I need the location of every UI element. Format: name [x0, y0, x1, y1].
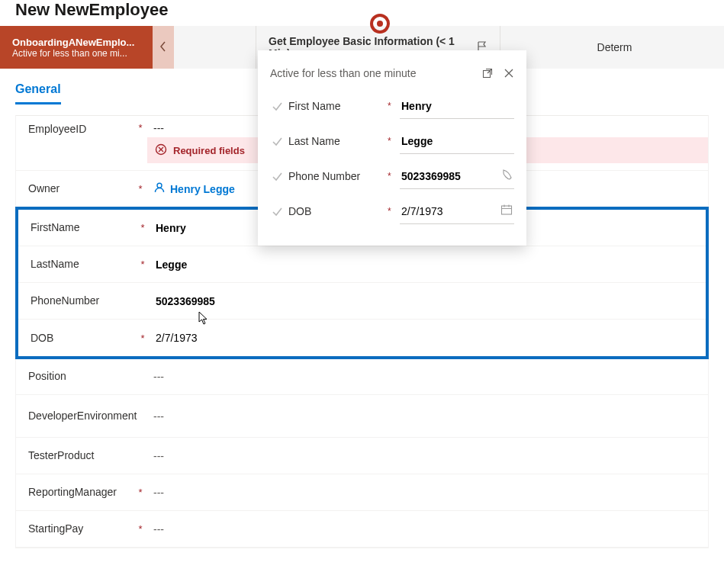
chevron-left-icon: [159, 41, 167, 54]
label-position: Position: [28, 369, 135, 383]
close-button[interactable]: [504, 68, 514, 79]
calendar-icon: [500, 204, 513, 218]
stage-onboarding-title: OnboardingANewEmplo...: [12, 37, 140, 48]
flyout-label-last-name: Last Name: [288, 135, 383, 147]
value-reporting-manager[interactable]: ---: [146, 487, 696, 499]
value-position[interactable]: ---: [146, 371, 696, 383]
phone-call-button[interactable]: [500, 169, 513, 183]
required-marker: *: [137, 222, 148, 233]
popout-icon: [482, 68, 493, 79]
stage-onboarding-subtitle: Active for less than one mi...: [12, 48, 140, 59]
value-developer-environment[interactable]: ---: [146, 410, 696, 423]
validation-error-text: Required fields: [173, 145, 245, 156]
flyout-field-dob: DOB *: [270, 194, 514, 229]
stage-flyout: Active for less than one minute First Na…: [258, 50, 526, 246]
check-icon: [270, 137, 284, 146]
close-icon: [504, 68, 514, 79]
flyout-label-first-name: First Name: [288, 100, 383, 112]
required-marker: *: [135, 183, 146, 194]
input-last-name[interactable]: [156, 259, 693, 271]
check-icon: [270, 172, 284, 182]
label-first-name: FirstName: [31, 220, 137, 234]
required-marker: *: [137, 259, 148, 270]
input-dob[interactable]: [156, 332, 693, 344]
label-owner: Owner: [28, 182, 135, 195]
flyout-input-last-name[interactable]: [401, 135, 513, 147]
required-marker: *: [388, 171, 395, 182]
label-tester-product: TesterProduct: [28, 448, 135, 462]
required-marker: *: [388, 101, 395, 111]
label-employee-id: EmployeeID: [28, 122, 135, 136]
check-icon: [270, 207, 284, 217]
popout-button[interactable]: [482, 68, 493, 79]
label-starting-pay: StartingPay: [28, 522, 135, 535]
field-position: Position ---: [16, 358, 708, 395]
value-owner-text: Henry Legge: [170, 183, 235, 195]
label-developer-environment: DeveloperEnvironment: [28, 409, 135, 423]
required-marker: *: [388, 206, 395, 217]
flyout-field-last-name: Last Name *: [270, 124, 514, 159]
person-icon: [153, 182, 166, 196]
label-last-name: LastName: [31, 257, 137, 271]
phone-icon: [500, 169, 513, 183]
field-last-name: LastName *: [18, 246, 706, 283]
label-reporting-manager: ReportingManager: [28, 485, 135, 499]
required-marker: *: [135, 487, 146, 498]
page-title: New NewEmployee: [0, 0, 724, 26]
flyout-input-first-name[interactable]: [401, 100, 513, 112]
check-icon: [270, 101, 284, 111]
field-phone-number: PhoneNumber: [18, 283, 706, 320]
flyout-input-phone[interactable]: [401, 170, 496, 182]
stage-collapse-button[interactable]: [153, 26, 174, 69]
field-reporting-manager: ReportingManager * ---: [16, 474, 708, 511]
field-dob: DOB *: [18, 320, 706, 356]
field-developer-environment: DeveloperEnvironment ---: [16, 395, 708, 438]
error-icon: [155, 143, 167, 158]
value-tester-product[interactable]: ---: [146, 450, 696, 462]
flyout-label-phone: Phone Number: [288, 170, 383, 182]
required-marker: *: [137, 333, 148, 344]
tab-general[interactable]: General: [15, 82, 61, 104]
stage-determine-label: Determ: [597, 41, 632, 53]
flyout-field-phone: Phone Number *: [270, 159, 514, 194]
label-dob: DOB: [31, 331, 137, 345]
flyout-header: Active for less than one minute: [270, 67, 416, 79]
flyout-label-dob: DOB: [288, 205, 383, 217]
value-starting-pay[interactable]: ---: [146, 523, 696, 535]
flyout-field-first-name: First Name *: [270, 88, 514, 124]
required-marker: *: [135, 122, 146, 133]
label-phone-number: PhoneNumber: [31, 294, 137, 307]
svg-rect-3: [502, 206, 512, 214]
stage-onboarding[interactable]: OnboardingANewEmplo... Active for less t…: [0, 26, 153, 69]
svg-point-1: [157, 183, 162, 188]
input-phone-number[interactable]: [156, 295, 693, 307]
field-tester-product: TesterProduct ---: [16, 438, 708, 474]
required-marker: *: [388, 136, 395, 146]
field-starting-pay: StartingPay * ---: [16, 511, 708, 548]
stage-determine[interactable]: Determ: [500, 26, 724, 69]
flyout-input-dob[interactable]: [401, 205, 496, 217]
required-marker: *: [135, 523, 146, 535]
date-picker-button[interactable]: [500, 204, 513, 218]
stage-blank: [174, 26, 256, 69]
value-employee-id-text: ---: [153, 122, 164, 134]
